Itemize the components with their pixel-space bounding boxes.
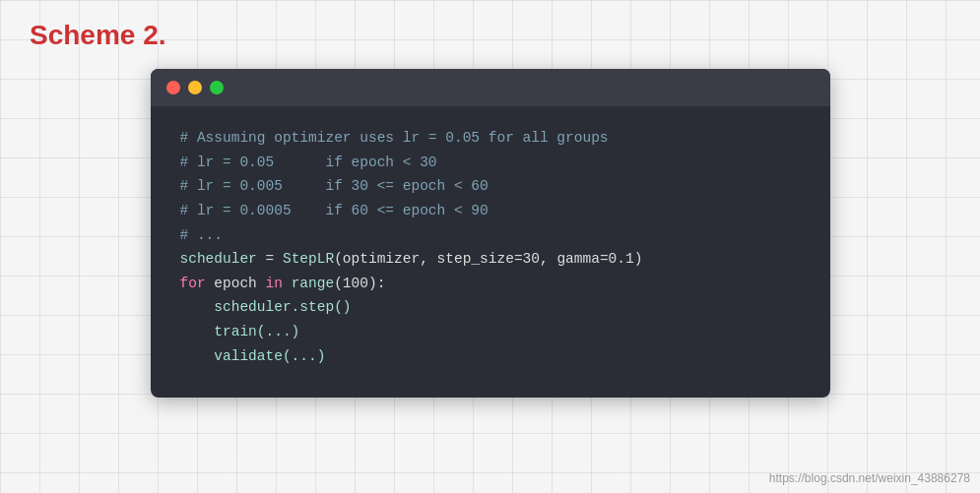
code-line-9: train(...) bbox=[180, 320, 801, 344]
close-dot bbox=[166, 81, 180, 94]
window-titlebar bbox=[151, 69, 830, 106]
page-title: Scheme 2. bbox=[30, 20, 950, 51]
code-line-1: # Assuming optimizer uses lr = 0.05 for … bbox=[180, 126, 801, 151]
code-window: # Assuming optimizer uses lr = 0.05 for … bbox=[151, 69, 830, 398]
code-line-6: scheduler = StepLR(optimizer, step_size=… bbox=[180, 247, 801, 272]
code-line-2: # lr = 0.05 if epoch < 30 bbox=[180, 151, 801, 175]
content-wrapper: Scheme 2. # Assuming optimizer uses lr =… bbox=[0, 0, 980, 417]
code-line-4: # lr = 0.0005 if 60 <= epoch < 90 bbox=[180, 199, 801, 223]
watermark: https://blog.csdn.net/weixin_43886278 bbox=[769, 471, 970, 485]
minimize-dot bbox=[188, 81, 202, 94]
code-line-10: validate(...) bbox=[180, 344, 801, 369]
code-line-7: for epoch in range(100): bbox=[180, 272, 801, 296]
code-line-5: # ... bbox=[180, 223, 801, 248]
code-line-8: scheduler.step() bbox=[180, 295, 801, 320]
code-body: # Assuming optimizer uses lr = 0.05 for … bbox=[151, 106, 830, 398]
code-line-3: # lr = 0.005 if 30 <= epoch < 60 bbox=[180, 174, 801, 199]
maximize-dot bbox=[210, 81, 224, 94]
